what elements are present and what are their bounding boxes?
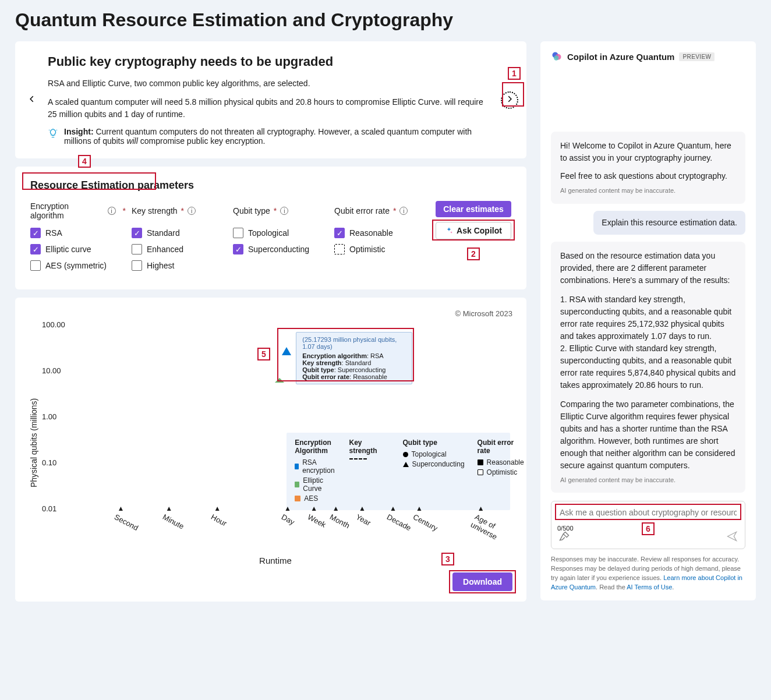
chk-label: Standard — [147, 228, 180, 238]
legend-swatch — [478, 459, 483, 465]
page-title: Quantum Resource Estimation and Cryptogr… — [15, 9, 756, 31]
copilot-welcome-1: Hi! Welcome to Copilot in Azure Quantum,… — [560, 140, 736, 164]
param-label-key: Key strength — [132, 206, 178, 215]
legend-head: Encryption Algorithm — [295, 439, 336, 455]
preview-badge: PREVIEW — [679, 52, 715, 61]
legend-item: AES — [304, 494, 318, 503]
chk-enhanced[interactable]: Enhanced — [132, 244, 227, 254]
legend-item: RSA encryption — [302, 458, 336, 475]
xtick: Day — [280, 512, 296, 526]
copilot-fineprint: Responses may be inaccurate. Review all … — [551, 555, 745, 592]
param-label-err: Qubit error rate — [334, 206, 390, 215]
copilot-title: Copilot in Azure Quantum — [567, 52, 674, 62]
svg-line-1 — [49, 130, 49, 130]
info-icon[interactable]: i — [280, 207, 288, 215]
chk-label: Superconducting — [248, 245, 309, 254]
chart-copyright: © Microsoft 2023 — [29, 309, 512, 318]
answer-p4: Comparing the two parameter combinations… — [560, 398, 736, 472]
insight-line-2: A scaled quantum computer will need 5.8 … — [48, 96, 494, 121]
answer-p1: Based on the resource estimation data yo… — [560, 250, 736, 287]
copilot-answer-bubble: Based on the resource estimation data yo… — [551, 242, 745, 493]
param-col-error-rate: Qubit error rate *i ✓Reasonable Optimist… — [334, 201, 430, 260]
legend-swatch — [295, 496, 300, 501]
callout-num-2: 2 — [467, 248, 480, 260]
chevron-left-icon — [28, 94, 36, 106]
checkbox-icon — [132, 260, 142, 271]
legend-swatch — [295, 482, 299, 487]
xtick: Second — [113, 512, 140, 532]
fine-text: . — [672, 584, 674, 591]
info-icon[interactable]: i — [188, 207, 196, 215]
callout-box-3 — [449, 570, 516, 593]
info-icon[interactable]: i — [399, 207, 408, 215]
chk-label: Reasonable — [349, 228, 393, 238]
chart-legend: Encryption Algorithm RSA encryption Elli… — [287, 433, 510, 510]
checkbox-icon: ✓ — [30, 228, 41, 238]
insight-text-a: Current quantum computers do not threate… — [64, 127, 472, 146]
user-message-bubble: Explain this resource estimation data. — [593, 211, 745, 235]
insight-prev-button[interactable] — [23, 91, 41, 109]
xtick: Decade — [386, 512, 413, 532]
checkbox-icon: ✓ — [233, 244, 243, 254]
xtick: Age of universe — [469, 512, 508, 545]
copilot-welcome-bubble: Hi! Welcome to Copilot in Azure Quantum,… — [551, 132, 745, 204]
insight-heading: Public key cryptography needs to be upgr… — [48, 54, 494, 69]
info-icon[interactable]: i — [108, 207, 116, 215]
chart-card: © Microsoft 2023 Physical qubits (millio… — [15, 298, 526, 602]
ytick: 10.00 — [42, 366, 61, 374]
callout-box-6 — [555, 504, 741, 520]
chk-superconducting[interactable]: ✓Superconducting — [233, 244, 328, 254]
insight-body: Insight: Current quantum computers do no… — [64, 127, 494, 146]
ytick: 0.01 — [42, 504, 56, 513]
insight-label: Insight: — [64, 127, 94, 136]
chart-plot[interactable]: 100.00 10.00 1.00 0.10 0.01 (25.17293 mi… — [42, 320, 512, 512]
copilot-disclaimer: AI generated content may be inaccurate. — [560, 475, 736, 485]
callout-num-3: 3 — [441, 553, 454, 565]
chk-reasonable[interactable]: ✓Reasonable — [334, 228, 430, 238]
xtick: Hour — [210, 512, 228, 528]
legend-head: Key strength — [349, 439, 390, 455]
checkbox-icon — [233, 228, 243, 238]
fine-text: . Read the — [596, 584, 627, 591]
copilot-welcome-2: Feel free to ask questions about cryptog… — [560, 170, 736, 182]
checkbox-icon: ✓ — [30, 244, 41, 254]
ytick: 1.00 — [42, 412, 56, 421]
callout-num-1: 1 — [508, 67, 521, 80]
callout-box-2 — [432, 220, 515, 241]
svg-line-2 — [56, 130, 57, 130]
legend-head: Qubit type — [403, 439, 465, 447]
checkbox-icon: ✓ — [132, 228, 142, 238]
legend-tri-icon — [403, 462, 409, 467]
terms-link[interactable]: AI Terms of Use — [627, 584, 672, 591]
copilot-disclaimer: AI generated content may be inaccurate. — [560, 186, 736, 196]
legend-item: Topological — [412, 450, 447, 458]
chart-ylabel: Physical qubits (millions) — [29, 320, 38, 565]
chk-label: Topological — [248, 228, 289, 238]
chk-optimistic[interactable]: Optimistic — [334, 244, 430, 254]
copilot-composer: 6 0/500 — [551, 501, 745, 549]
svg-point-5 — [554, 55, 558, 60]
chk-label: Enhanced — [147, 245, 183, 254]
callout-num-4: 4 — [78, 155, 91, 168]
clear-chat-button[interactable] — [558, 531, 570, 544]
legend-item: Elliptic Curve — [303, 476, 336, 493]
legend-dot-icon — [403, 452, 408, 457]
insight-text-b: compromise public key encryption. — [138, 136, 266, 146]
chk-elliptic-curve[interactable]: ✓Elliptic curve — [30, 244, 126, 254]
xtick: Week — [306, 512, 327, 529]
checkbox-icon — [30, 260, 41, 271]
xtick: Year — [355, 512, 372, 528]
answer-p2: 1. RSA with standard key strength, super… — [560, 294, 736, 342]
answer-p3: 2. Elliptic Curve with standard key stre… — [560, 342, 736, 391]
chk-aes[interactable]: AES (symmetric) — [30, 260, 126, 271]
chk-highest[interactable]: Highest — [132, 260, 227, 271]
chk-topological[interactable]: Topological — [233, 228, 328, 238]
legend-swatch — [478, 469, 483, 475]
send-button[interactable] — [726, 531, 738, 544]
broom-icon — [558, 531, 570, 542]
checkbox-icon: ✓ — [334, 228, 345, 238]
chk-rsa[interactable]: ✓RSA — [30, 228, 126, 238]
char-counter: 0/500 — [557, 525, 574, 532]
chk-standard[interactable]: ✓Standard — [132, 228, 227, 238]
clear-estimates-button[interactable]: Clear estimates — [436, 201, 511, 217]
